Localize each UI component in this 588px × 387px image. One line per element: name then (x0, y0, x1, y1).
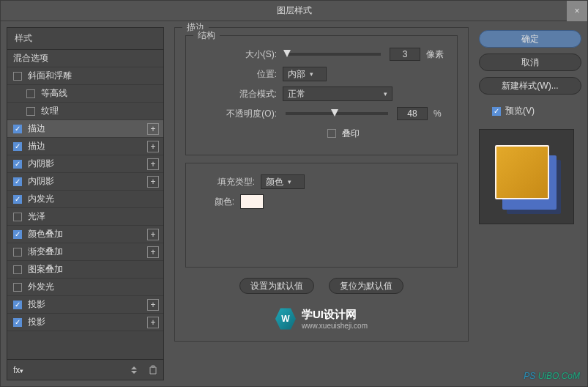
color-swatch[interactable] (240, 194, 264, 209)
style-item[interactable]: 光泽 (7, 208, 163, 226)
style-item[interactable]: 内发光 (7, 191, 163, 208)
style-item[interactable]: 描边+ (7, 120, 163, 138)
overprint-row: 叠印 (196, 125, 447, 142)
styles-footer: fx▾ (7, 359, 163, 380)
style-checkbox[interactable] (26, 107, 35, 116)
style-checkbox[interactable] (13, 318, 22, 327)
add-instance-icon[interactable]: + (147, 141, 159, 152)
add-instance-icon[interactable]: + (147, 176, 159, 188)
cancel-button[interactable]: 取消 (479, 54, 581, 71)
styles-panel: 样式 混合选项 斜面和浮雕等高线纹理描边+描边+内阴影+内阴影+内发光光泽颜色叠… (7, 27, 164, 380)
filltype-label: 填充类型: (196, 176, 255, 188)
style-label: 投影 (28, 298, 45, 311)
size-input[interactable] (390, 48, 420, 61)
preview-label: 预览(V) (505, 105, 535, 117)
trash-icon[interactable] (149, 365, 157, 375)
watermark: W 学UI设计网 www.xueuisheji.com (185, 307, 458, 331)
style-item[interactable]: 纹理 (7, 103, 163, 120)
size-unit: 像素 (426, 48, 444, 61)
blendmode-select[interactable]: 正常▾ (283, 86, 392, 101)
style-checkbox[interactable] (13, 195, 22, 204)
style-label: 描边 (28, 122, 45, 135)
opacity-unit: % (433, 108, 442, 119)
add-instance-icon[interactable]: + (147, 317, 159, 328)
style-item[interactable]: 等高线 (7, 85, 163, 103)
style-label: 纹理 (41, 105, 59, 117)
style-label: 内阴影 (28, 158, 54, 170)
dialog-body: 样式 混合选项 斜面和浮雕等高线纹理描边+描边+内阴影+内阴影+内发光光泽颜色叠… (1, 21, 587, 386)
chevron-down-icon: ▾ (310, 70, 313, 78)
style-item[interactable]: 斜面和浮雕 (7, 67, 163, 85)
style-label: 渐变叠加 (28, 246, 63, 258)
style-label: 光泽 (28, 210, 45, 223)
set-default-button[interactable]: 设置为默认值 (239, 278, 314, 294)
overprint-label: 叠印 (342, 128, 360, 140)
opacity-input[interactable] (397, 107, 428, 120)
style-checkbox[interactable] (13, 265, 22, 274)
close-button[interactable]: × (567, 1, 587, 21)
style-label: 投影 (28, 316, 45, 328)
style-item[interactable]: 外发光 (7, 279, 163, 296)
preview-toggle[interactable]: 预览(V) (492, 105, 581, 117)
style-checkbox[interactable] (26, 89, 35, 98)
stroke-fieldset: 描边 结构 大小(S): 像素 位置: 内部▾ (174, 27, 469, 342)
style-checkbox[interactable] (13, 72, 22, 81)
overprint-checkbox[interactable] (327, 129, 336, 138)
site-watermark: PS UiBO.CoM (524, 369, 580, 382)
options-panel: 描边 结构 大小(S): 像素 位置: 内部▾ (170, 27, 473, 380)
size-slider[interactable] (286, 53, 381, 56)
styles-header: 样式 (7, 28, 163, 50)
up-down-icon[interactable] (130, 366, 138, 375)
add-instance-icon[interactable]: + (147, 299, 159, 311)
opacity-slider[interactable] (286, 112, 388, 115)
blend-options-label: 混合选项 (13, 52, 48, 64)
style-checkbox[interactable] (13, 177, 22, 186)
add-instance-icon[interactable]: + (147, 229, 159, 240)
style-checkbox[interactable] (13, 125, 22, 133)
structure-fieldset: 结构 大小(S): 像素 位置: 内部▾ 混合模式: (185, 35, 458, 155)
add-instance-icon[interactable]: + (147, 123, 159, 135)
ok-button[interactable]: 确定 (479, 30, 581, 48)
default-buttons: 设置为默认值 复位为默认值 (185, 278, 458, 294)
position-label: 位置: (196, 68, 277, 81)
style-item[interactable]: 图案叠加 (7, 261, 163, 279)
styles-list: 混合选项 斜面和浮雕等高线纹理描边+描边+内阴影+内阴影+内发光光泽颜色叠加+渐… (7, 50, 163, 359)
style-label: 颜色叠加 (28, 228, 63, 240)
filltype-row: 填充类型: 颜色▾ (196, 173, 447, 191)
new-style-button[interactable]: 新建样式(W)... (479, 77, 581, 95)
style-checkbox[interactable] (13, 248, 22, 257)
style-item[interactable]: 颜色叠加+ (7, 226, 163, 243)
style-checkbox[interactable] (13, 301, 22, 309)
style-item[interactable]: 投影+ (7, 296, 163, 314)
position-select[interactable]: 内部▾ (283, 67, 327, 81)
style-item[interactable]: 渐变叠加+ (7, 243, 163, 261)
close-icon: × (574, 6, 579, 16)
opacity-row: 不透明度(O): % (196, 105, 447, 122)
style-checkbox[interactable] (13, 283, 22, 292)
style-label: 图案叠加 (28, 263, 63, 276)
style-checkbox[interactable] (13, 213, 22, 221)
style-item[interactable]: 描边+ (7, 138, 163, 155)
filltype-select[interactable]: 颜色▾ (261, 174, 305, 189)
style-label: 外发光 (28, 281, 54, 293)
size-label: 大小(S): (196, 48, 277, 61)
style-checkbox[interactable] (13, 230, 22, 239)
add-instance-icon[interactable]: + (147, 158, 159, 170)
blend-options-item[interactable]: 混合选项 (7, 50, 163, 67)
reset-default-button[interactable]: 复位为默认值 (329, 278, 403, 294)
color-label: 颜色: (196, 196, 234, 208)
add-instance-icon[interactable]: + (147, 246, 159, 258)
structure-legend: 结构 (193, 29, 220, 42)
dialog-title: 图层样式 (277, 4, 312, 17)
style-checkbox[interactable] (13, 142, 22, 151)
blendmode-row: 混合模式: 正常▾ (196, 85, 447, 103)
titlebar[interactable]: 图层样式 × (1, 1, 587, 21)
style-checkbox[interactable] (13, 160, 22, 169)
fx-icon[interactable]: fx▾ (13, 365, 23, 375)
watermark-url: www.xueuisheji.com (302, 322, 368, 330)
style-item[interactable]: 投影+ (7, 314, 163, 331)
style-item[interactable]: 内阴影+ (7, 173, 163, 191)
preview-checkbox[interactable] (492, 107, 501, 116)
layer-style-dialog: 图层样式 × 样式 混合选项 斜面和浮雕等高线纹理描边+描边+内阴影+内阴影+内… (0, 0, 588, 387)
style-item[interactable]: 内阴影+ (7, 155, 163, 173)
